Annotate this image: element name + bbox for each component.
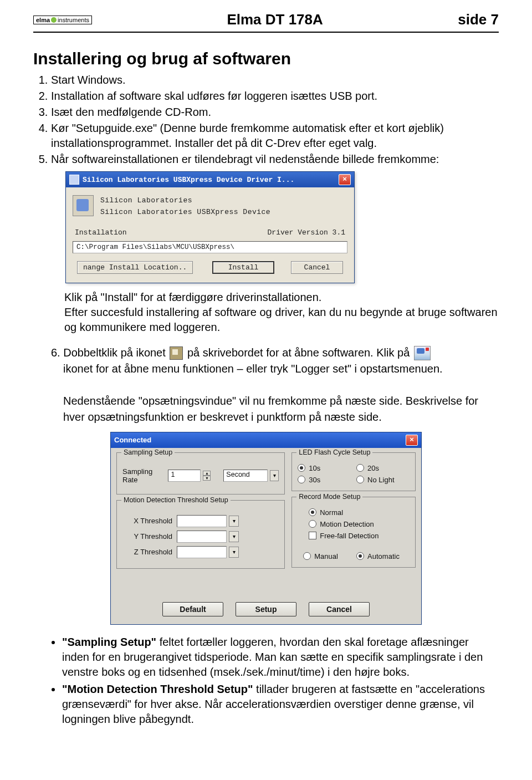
sampling-unit-select[interactable]: Second: [223, 470, 268, 482]
x-threshold-input[interactable]: [177, 515, 227, 527]
mode-opt-automatic: Automatic: [367, 552, 400, 560]
freefall-label: Free-fall Detection: [320, 532, 378, 540]
record-radio-normal[interactable]: Normal: [309, 508, 410, 517]
installer-titlebar-icon: [69, 175, 79, 185]
app-shortcut-icon: [170, 346, 183, 360]
setup-title: Connected: [114, 436, 151, 444]
record-legend: Record Mode Setup: [296, 493, 362, 501]
mode-opt-manual: Manual: [314, 552, 338, 560]
driver-version: Driver Version 3.1: [268, 228, 345, 237]
install-button[interactable]: Install: [212, 261, 274, 274]
freefall-checkbox[interactable]: Free-fall Detection: [309, 532, 410, 540]
step-2: Installation af software skal udføres fø…: [51, 89, 499, 104]
sampling-rate-spinner[interactable]: ▲▼: [203, 471, 211, 481]
step-6-b: på skrivebordet for at åbne softwaren. K…: [187, 346, 410, 359]
z-threshold-chevron-down-icon[interactable]: ▾: [229, 547, 239, 558]
bullet-2: "Motion Detection Threshold Setup" tilla…: [62, 682, 499, 727]
logo-text-right: instruments: [58, 17, 89, 23]
installer-titlebar: Silicon Laboratories USBXpress Device Dr…: [66, 172, 354, 187]
step-6-a: Dobbeltklik på ikonet: [63, 346, 166, 359]
installation-label: Installation: [75, 228, 127, 237]
bullets-list: "Sampling Setup" feltet fortæller logger…: [51, 635, 499, 727]
installer-dialog: Silicon Laboratories USBXpress Device Dr…: [65, 171, 355, 283]
record-radio-motion[interactable]: Motion Detection: [309, 520, 410, 528]
x-threshold-label: X Threshold: [122, 517, 172, 525]
motion-threshold-group: Motion Detection Threshold Setup X Thres…: [116, 500, 285, 569]
setup-dialog: Connected × Sampling Setup Sampling Rate…: [110, 432, 422, 625]
logo-dot-icon: [51, 17, 57, 23]
step-1: Start Windows.: [51, 73, 499, 88]
led-flash-group: LED Flash Cycle Setup 10s 20s 30s No Lig…: [291, 452, 416, 491]
motion-legend: Motion Detection Threshold Setup: [121, 496, 231, 504]
led-legend: LED Flash Cycle Setup: [296, 448, 372, 456]
installer-app-icon: [73, 195, 94, 216]
record-mode-group: Record Mode Setup Normal Motion Detectio…: [291, 497, 416, 568]
record-opt-0: Normal: [320, 508, 343, 517]
chevron-down-icon[interactable]: ▾: [270, 470, 279, 481]
led-radio-nolight[interactable]: No Light: [356, 476, 410, 484]
installer-vendor: Silicon Laboratories: [100, 195, 347, 207]
logo-text-left: elma: [36, 17, 50, 23]
logger-set-icon: [414, 346, 431, 360]
led-opt-3: No Light: [367, 476, 394, 484]
installer-cancel-button[interactable]: Cancel: [291, 261, 343, 274]
z-threshold-input[interactable]: [177, 546, 227, 558]
setup-button[interactable]: Setup: [236, 602, 296, 616]
bullet-2-bold: Motion Detection Threshold Setup: [67, 683, 248, 695]
led-radio-20s[interactable]: 20s: [356, 464, 410, 472]
step-6-c: ikonet for at åbne menu funktionen – ell…: [63, 361, 499, 377]
led-radio-30s[interactable]: 30s: [298, 476, 351, 484]
change-location-button[interactable]: nange Install Location..: [77, 261, 193, 274]
step-3: Isæt den medfølgende CD-Rom.: [51, 105, 499, 120]
x-threshold-chevron-down-icon[interactable]: ▾: [229, 516, 239, 527]
bullet-1: "Sampling Setup" feltet fortæller logger…: [62, 635, 499, 680]
close-icon[interactable]: ×: [339, 174, 351, 185]
installer-title: Silicon Laboratories USBXpress Device Dr…: [83, 176, 294, 184]
default-button[interactable]: Default: [162, 602, 223, 616]
steps-list: Start Windows. Installation af software …: [51, 73, 499, 167]
setup-cancel-button[interactable]: Cancel: [309, 602, 370, 616]
sampling-legend: Sampling Setup: [121, 448, 175, 456]
header-divider: [33, 32, 499, 33]
page-title: Elma DT 178A: [227, 11, 323, 28]
install-path-input[interactable]: C:\Program Files\Silabs\MCU\USBXpress\: [73, 241, 347, 253]
section-heading: Installering og brug af softwaren: [33, 49, 499, 68]
step-5: Når softwareinstallationen er tilendebra…: [51, 152, 499, 167]
z-threshold-label: Z Threshold: [122, 548, 172, 556]
page-number: side 7: [458, 11, 499, 28]
step-6-p2: Nedenstående "opsætningsvindue" vil nu f…: [63, 393, 499, 425]
led-radio-10s[interactable]: 10s: [298, 464, 351, 472]
sampling-setup-group: Sampling Setup Sampling Rate 1 ▲▼ Second…: [116, 452, 285, 494]
y-threshold-input[interactable]: [177, 531, 227, 543]
step-4: Kør "Setupguide.exe" (Denne burde fremko…: [51, 121, 499, 151]
mode-radio-automatic[interactable]: Automatic: [356, 552, 404, 560]
sampling-rate-input[interactable]: 1: [168, 470, 201, 482]
led-opt-0: 10s: [309, 464, 320, 472]
bullet-1-bold: Sampling Setup: [67, 636, 151, 648]
sampling-rate-label: Sampling Rate: [122, 467, 163, 484]
installer-device: Silicon Laboratories USBXpress Device: [100, 207, 347, 218]
record-opt-1: Motion Detection: [320, 520, 374, 528]
led-opt-2: 30s: [309, 476, 320, 484]
y-threshold-chevron-down-icon[interactable]: ▾: [229, 531, 239, 542]
logo: elma instruments: [33, 16, 92, 24]
after-install-p1: Klik på "Install" for at færdiggøre driv…: [64, 290, 499, 305]
setup-close-icon[interactable]: ×: [406, 435, 418, 446]
mode-radio-manual[interactable]: Manual: [303, 552, 351, 560]
y-threshold-label: Y Threshold: [122, 532, 172, 541]
step-6-number: 6.: [51, 346, 60, 359]
led-opt-1: 20s: [367, 464, 379, 472]
after-install-p2: Efter succesfuld installering af softwar…: [64, 305, 499, 335]
